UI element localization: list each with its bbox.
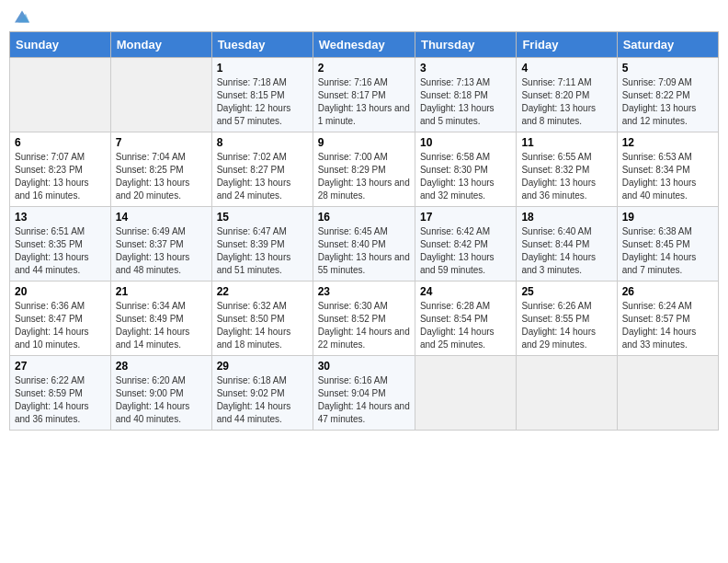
- day-number: 12: [622, 136, 713, 149]
- calendar-cell: 13Sunrise: 6:51 AMSunset: 8:35 PMDayligh…: [10, 207, 111, 282]
- day-info: Sunrise: 6:18 AMSunset: 9:02 PMDaylight:…: [217, 374, 308, 426]
- day-number: 24: [420, 285, 511, 298]
- calendar-cell: 22Sunrise: 6:32 AMSunset: 8:50 PMDayligh…: [211, 282, 313, 356]
- day-number: 28: [116, 360, 207, 373]
- calendar-cell: [110, 58, 211, 132]
- calendar-cell: 29Sunrise: 6:18 AMSunset: 9:02 PMDayligh…: [211, 356, 313, 431]
- header-day: Saturday: [617, 32, 718, 58]
- header-day: Tuesday: [211, 32, 313, 58]
- calendar-cell: 4Sunrise: 7:11 AMSunset: 8:20 PMDaylight…: [517, 58, 617, 132]
- day-info: Sunrise: 6:53 AMSunset: 8:34 PMDaylight:…: [622, 151, 713, 202]
- day-info: Sunrise: 6:42 AMSunset: 8:42 PMDaylight:…: [420, 225, 511, 277]
- header-day: Monday: [110, 32, 211, 58]
- header-day: Wednesday: [313, 32, 415, 58]
- day-number: 18: [521, 211, 611, 224]
- day-info: Sunrise: 7:00 AMSunset: 8:29 PMDaylight:…: [318, 151, 410, 202]
- logo: [13, 9, 29, 24]
- day-info: Sunrise: 7:18 AMSunset: 8:15 PMDaylight:…: [217, 76, 308, 128]
- calendar-cell: 12Sunrise: 6:53 AMSunset: 8:34 PMDayligh…: [617, 132, 718, 207]
- day-info: Sunrise: 7:04 AMSunset: 8:25 PMDaylight:…: [116, 151, 207, 202]
- day-number: 26: [622, 285, 713, 298]
- day-number: 30: [318, 360, 410, 373]
- calendar-cell: 7Sunrise: 7:04 AMSunset: 8:25 PMDaylight…: [110, 132, 211, 207]
- day-number: 22: [217, 285, 308, 298]
- calendar-cell: 30Sunrise: 6:16 AMSunset: 9:04 PMDayligh…: [313, 356, 415, 431]
- calendar-table: SundayMondayTuesdayWednesdayThursdayFrid…: [9, 31, 719, 431]
- day-info: Sunrise: 6:36 AMSunset: 8:47 PMDaylight:…: [15, 300, 106, 351]
- day-number: 17: [420, 211, 511, 224]
- day-number: 1: [217, 62, 308, 75]
- day-number: 3: [420, 62, 511, 75]
- day-info: Sunrise: 6:58 AMSunset: 8:30 PMDaylight:…: [420, 151, 511, 202]
- calendar-cell: 20Sunrise: 6:36 AMSunset: 8:47 PMDayligh…: [10, 282, 111, 356]
- calendar-cell: 1Sunrise: 7:18 AMSunset: 8:15 PMDaylight…: [211, 58, 313, 132]
- calendar-cell: [10, 58, 111, 132]
- day-info: Sunrise: 7:07 AMSunset: 8:23 PMDaylight:…: [15, 151, 106, 202]
- day-number: 21: [116, 285, 207, 298]
- day-number: 29: [217, 360, 308, 373]
- day-info: Sunrise: 6:51 AMSunset: 8:35 PMDaylight:…: [15, 225, 106, 277]
- calendar-week-row: 20Sunrise: 6:36 AMSunset: 8:47 PMDayligh…: [10, 282, 719, 356]
- calendar-cell: 15Sunrise: 6:47 AMSunset: 8:39 PMDayligh…: [211, 207, 313, 282]
- header-day: Friday: [517, 32, 617, 58]
- day-number: 5: [622, 62, 713, 75]
- day-info: Sunrise: 7:11 AMSunset: 8:20 PMDaylight:…: [521, 76, 611, 128]
- day-number: 15: [217, 211, 308, 224]
- day-number: 8: [217, 136, 308, 149]
- day-info: Sunrise: 6:16 AMSunset: 9:04 PMDaylight:…: [318, 374, 410, 426]
- day-info: Sunrise: 6:32 AMSunset: 8:50 PMDaylight:…: [217, 300, 308, 351]
- calendar-cell: 2Sunrise: 7:16 AMSunset: 8:17 PMDaylight…: [313, 58, 415, 132]
- day-number: 25: [521, 285, 611, 298]
- day-info: Sunrise: 6:28 AMSunset: 8:54 PMDaylight:…: [420, 300, 511, 351]
- calendar-cell: 5Sunrise: 7:09 AMSunset: 8:22 PMDaylight…: [617, 58, 718, 132]
- calendar-cell: 16Sunrise: 6:45 AMSunset: 8:40 PMDayligh…: [313, 207, 415, 282]
- calendar-cell: 27Sunrise: 6:22 AMSunset: 8:59 PMDayligh…: [10, 356, 111, 431]
- header-day: Sunday: [10, 32, 111, 58]
- calendar-cell: 11Sunrise: 6:55 AMSunset: 8:32 PMDayligh…: [517, 132, 617, 207]
- day-info: Sunrise: 6:45 AMSunset: 8:40 PMDaylight:…: [318, 225, 410, 277]
- day-number: 9: [318, 136, 410, 149]
- day-number: 11: [521, 136, 611, 149]
- calendar-cell: 14Sunrise: 6:49 AMSunset: 8:37 PMDayligh…: [110, 207, 211, 282]
- day-info: Sunrise: 7:13 AMSunset: 8:18 PMDaylight:…: [420, 76, 511, 128]
- calendar-cell: 26Sunrise: 6:24 AMSunset: 8:57 PMDayligh…: [617, 282, 718, 356]
- day-info: Sunrise: 7:16 AMSunset: 8:17 PMDaylight:…: [318, 76, 410, 128]
- calendar-cell: 17Sunrise: 6:42 AMSunset: 8:42 PMDayligh…: [415, 207, 516, 282]
- day-info: Sunrise: 7:09 AMSunset: 8:22 PMDaylight:…: [622, 76, 713, 128]
- calendar-cell: 9Sunrise: 7:00 AMSunset: 8:29 PMDaylight…: [313, 132, 415, 207]
- day-info: Sunrise: 7:02 AMSunset: 8:27 PMDaylight:…: [217, 151, 308, 202]
- day-number: 13: [15, 211, 106, 224]
- calendar-cell: 18Sunrise: 6:40 AMSunset: 8:44 PMDayligh…: [517, 207, 617, 282]
- day-info: Sunrise: 6:40 AMSunset: 8:44 PMDaylight:…: [521, 225, 611, 277]
- calendar-week-row: 27Sunrise: 6:22 AMSunset: 8:59 PMDayligh…: [10, 356, 719, 431]
- day-info: Sunrise: 6:55 AMSunset: 8:32 PMDaylight:…: [521, 151, 611, 202]
- day-info: Sunrise: 6:22 AMSunset: 8:59 PMDaylight:…: [15, 374, 106, 426]
- calendar-week-row: 1Sunrise: 7:18 AMSunset: 8:15 PMDaylight…: [10, 58, 719, 132]
- calendar-cell: 10Sunrise: 6:58 AMSunset: 8:30 PMDayligh…: [415, 132, 516, 207]
- day-number: 2: [318, 62, 410, 75]
- day-number: 20: [15, 285, 106, 298]
- day-info: Sunrise: 6:24 AMSunset: 8:57 PMDaylight:…: [622, 300, 713, 351]
- header-row: SundayMondayTuesdayWednesdayThursdayFrid…: [10, 32, 719, 58]
- calendar-cell: 6Sunrise: 7:07 AMSunset: 8:23 PMDaylight…: [10, 132, 111, 207]
- day-number: 16: [318, 211, 410, 224]
- day-info: Sunrise: 6:38 AMSunset: 8:45 PMDaylight:…: [622, 225, 713, 277]
- calendar-cell: [517, 356, 617, 431]
- calendar-cell: 24Sunrise: 6:28 AMSunset: 8:54 PMDayligh…: [415, 282, 516, 356]
- day-info: Sunrise: 6:26 AMSunset: 8:55 PMDaylight:…: [521, 300, 611, 351]
- calendar-week-row: 6Sunrise: 7:07 AMSunset: 8:23 PMDaylight…: [10, 132, 719, 207]
- day-number: 6: [15, 136, 106, 149]
- day-number: 10: [420, 136, 511, 149]
- calendar-cell: [415, 356, 516, 431]
- day-number: 4: [521, 62, 611, 75]
- calendar-cell: 8Sunrise: 7:02 AMSunset: 8:27 PMDaylight…: [211, 132, 313, 207]
- day-number: 23: [318, 285, 410, 298]
- header-day: Thursday: [415, 32, 516, 58]
- day-number: 14: [116, 211, 207, 224]
- day-number: 27: [15, 360, 106, 373]
- calendar-week-row: 13Sunrise: 6:51 AMSunset: 8:35 PMDayligh…: [10, 207, 719, 282]
- day-info: Sunrise: 6:34 AMSunset: 8:49 PMDaylight:…: [116, 300, 207, 351]
- calendar-cell: 21Sunrise: 6:34 AMSunset: 8:49 PMDayligh…: [110, 282, 211, 356]
- day-info: Sunrise: 6:20 AMSunset: 9:00 PMDaylight:…: [116, 374, 207, 426]
- calendar-cell: 28Sunrise: 6:20 AMSunset: 9:00 PMDayligh…: [110, 356, 211, 431]
